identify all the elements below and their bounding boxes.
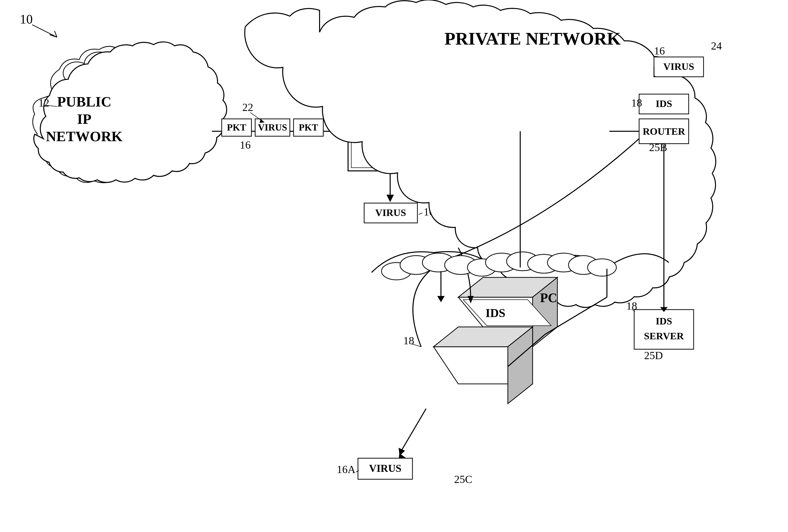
pkt-label-1: PKT (227, 122, 246, 133)
public-network-text3: NETWORK (46, 128, 122, 144)
ref-24: 24 (711, 40, 722, 52)
svg-text:IDS: IDS (486, 307, 505, 319)
virus-label-incoming: VIRUS (258, 122, 287, 133)
ref-25b: 25B (649, 141, 667, 154)
ref-18-server: 18 (626, 300, 637, 312)
private-network-label: PRIVATE NETWORK (445, 29, 620, 48)
ref-18-pc: 18 (403, 335, 414, 347)
svg-point-43 (588, 259, 616, 276)
virus-label-pc: VIRUS (369, 462, 401, 474)
ref-25d: 25D (644, 350, 663, 361)
ids-label-server: IDS (656, 316, 672, 327)
public-network-text1: PUBLIC (57, 94, 111, 110)
router-label: ROUTER (643, 126, 685, 137)
public-network-text2: IP (77, 111, 92, 127)
ref-25c: 25C (454, 473, 472, 486)
ids-router-label: IDS (656, 98, 672, 109)
ref-22-left: 22 (242, 101, 253, 114)
svg-text:PC: PC (540, 291, 557, 305)
server-label: SERVER (644, 330, 684, 341)
ref-18-router: 18 (631, 97, 642, 109)
ref-16a: 16A (337, 464, 355, 475)
ref-16-left: 16 (240, 139, 251, 151)
ref-12: 12 (38, 97, 49, 109)
virus-label-router: VIRUS (664, 61, 694, 72)
ref-10: 10 (20, 12, 33, 26)
pkt-label-2: PKT (299, 122, 318, 133)
ref-16-router-top: 16 (654, 45, 665, 57)
virus-label-below: VIRUS (375, 207, 406, 218)
